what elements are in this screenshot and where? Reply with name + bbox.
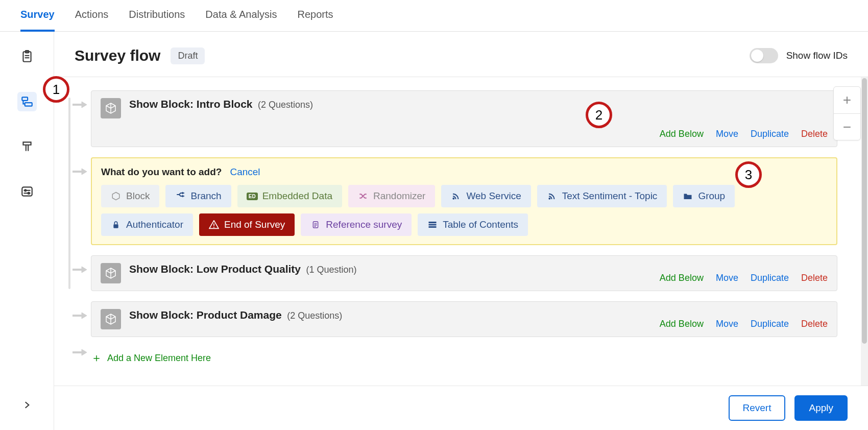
list-icon [427,220,438,230]
warn-icon [209,220,219,230]
option-embedded-data[interactable]: EDEmbedded Data [237,185,342,207]
svg-rect-13 [113,224,118,228]
move-link[interactable]: Move [716,319,738,329]
block-title: Show Block: Product Damage [129,309,282,321]
flow-connector-icon [73,101,88,109]
move-link[interactable]: Move [716,129,738,139]
clipboard-icon [310,220,321,230]
add-below-link[interactable]: Add Below [660,129,704,139]
block-card[interactable]: Show Block: Product Damage (2 Questions)… [91,301,837,337]
flow-connector-icon [73,168,88,176]
svg-rect-5 [25,103,32,106]
apply-button[interactable]: Apply [794,395,848,421]
flow-connector-icon [73,312,88,320]
svg-rect-6 [22,187,32,196]
revert-button[interactable]: Revert [729,395,786,421]
add-new-element-link[interactable]: ＋ Add a New Element Here [91,347,837,366]
cube-icon [101,98,121,118]
option-randomizer[interactable]: Randomizer [348,185,435,207]
plus-icon: ＋ [91,350,102,366]
tab-data-analysis[interactable]: Data & Analysis [205,0,277,32]
flow-spine [68,98,70,289]
option-end-of-survey[interactable]: End of Survey [199,213,295,236]
tab-distributions[interactable]: Distributions [129,0,185,32]
rss-icon [547,191,557,201]
svg-rect-20 [429,222,437,223]
tab-actions[interactable]: Actions [75,0,109,32]
rail-expand-icon[interactable] [17,395,37,415]
option-web-service[interactable]: Web Service [441,185,531,207]
flow-connector-icon [73,266,88,274]
add-options: Block Branch EDEmbedded Data Randomizer … [101,185,827,236]
option-block[interactable]: Block [101,185,159,207]
cube-icon [101,309,121,329]
delete-link[interactable]: Delete [801,273,828,283]
annotation-marker: 2 [586,102,612,128]
flow-canvas: Show Block: Intro Block (2 Questions) Ad… [54,77,868,376]
option-table-of-contents[interactable]: Table of Contents [418,213,528,236]
svg-rect-15 [213,227,214,228]
zoom-out-button[interactable]: − [834,113,860,140]
zoom-in-button[interactable]: + [834,87,860,113]
tab-reports[interactable]: Reports [297,0,333,32]
option-branch[interactable]: Branch [165,185,231,207]
add-element-panel: What do you want to add? Cancel Block Br… [91,157,837,245]
option-reference-survey[interactable]: Reference survey [301,213,412,236]
lock-icon [111,220,121,230]
svg-rect-4 [22,97,28,101]
show-flow-ids-label: Show flow IDs [786,50,848,61]
delete-link[interactable]: Delete [801,319,828,329]
add-below-link[interactable]: Add Below [660,273,704,283]
delete-link[interactable]: Delete [801,129,828,139]
svg-point-12 [548,198,550,200]
svg-point-11 [453,198,455,200]
option-group[interactable]: Group [673,185,735,207]
block-question-count: (2 Questions) [287,310,342,321]
svg-rect-22 [429,226,437,228]
rail-survey-flow-icon[interactable] [17,92,37,111]
page-title: Survey flow [75,47,160,64]
cube-icon [101,263,121,283]
svg-rect-14 [213,224,214,226]
block-question-count: (2 Questions) [258,100,313,110]
zoom-controls: + − [833,86,861,140]
embedded-data-icon: ED [247,191,257,201]
duplicate-link[interactable]: Duplicate [751,273,789,283]
top-tabs: Survey Actions Distributions Data & Anal… [0,0,868,32]
flow-connector-icon [73,348,88,356]
svg-rect-21 [429,224,437,226]
block-card[interactable]: Show Block: Low Product Quality (1 Quest… [91,255,837,291]
flow-block-product-damage: Show Block: Product Damage (2 Questions)… [91,301,837,337]
cube-icon [111,191,121,201]
duplicate-link[interactable]: Duplicate [751,319,789,329]
duplicate-link[interactable]: Duplicate [751,129,789,139]
rail-survey-builder-icon[interactable] [17,47,37,66]
branch-icon [175,191,185,201]
add-element-panel-row: What do you want to add? Cancel Block Br… [91,157,837,245]
folder-icon [683,191,693,201]
show-flow-ids-toggle[interactable] [750,48,778,63]
cancel-link[interactable]: Cancel [230,166,260,178]
add-new-element-label: Add a New Element Here [107,353,211,364]
block-question-count: (1 Question) [306,265,356,275]
rail-look-feel-icon[interactable] [17,137,37,156]
option-authenticator[interactable]: Authenticator [101,213,193,236]
rss-icon [451,191,461,201]
annotation-marker: 3 [735,161,762,188]
shuffle-icon [358,191,368,201]
add-prompt: What do you want to add? [101,166,222,178]
footer: Revert Apply [54,386,868,430]
block-title: Show Block: Low Product Quality [129,263,301,275]
block-card[interactable]: Show Block: Intro Block (2 Questions) Ad… [91,90,837,147]
add-below-link[interactable]: Add Below [660,319,704,329]
move-link[interactable]: Move [716,273,738,283]
rail-options-icon[interactable] [17,182,37,201]
tab-survey[interactable]: Survey [20,0,55,32]
option-text-sentiment-topic[interactable]: Text Sentiment - Topic [537,185,667,207]
flow-block-low-product-quality: Show Block: Low Product Quality (1 Quest… [91,255,837,291]
flow-block-intro: Show Block: Intro Block (2 Questions) Ad… [91,90,837,147]
show-flow-ids-toggle-wrap: Show flow IDs [750,48,848,63]
page-header: Survey flow Draft Show flow IDs [54,32,868,77]
flow-canvas-wrap: Show Block: Intro Block (2 Questions) Ad… [54,77,868,386]
annotation-marker: 1 [43,76,69,103]
